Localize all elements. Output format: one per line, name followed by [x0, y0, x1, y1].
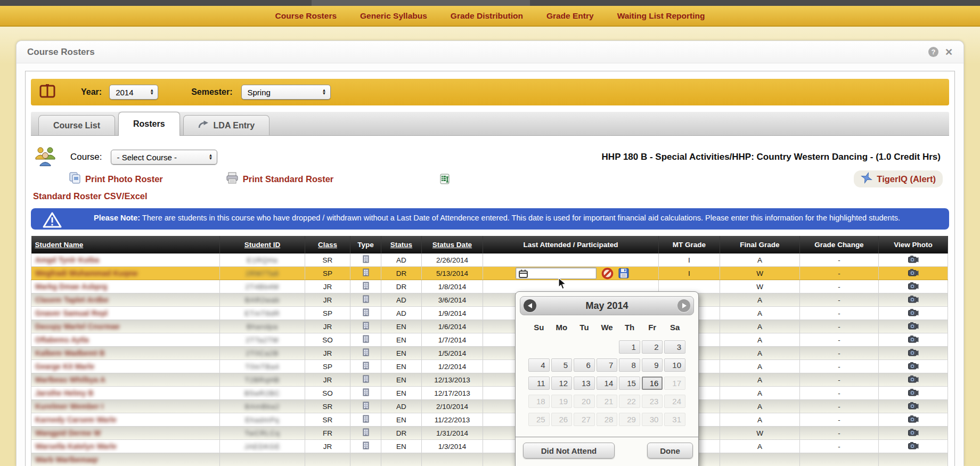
camera-icon[interactable] — [908, 297, 919, 305]
course-title: HHP 180 B - Special Activities/HHP: Coun… — [217, 152, 949, 162]
view-photo-cell — [879, 254, 948, 267]
building-icon — [363, 416, 369, 424]
calendar-icon[interactable] — [519, 269, 528, 280]
redacted-student-name: Warsella Katelyn Warle — [35, 442, 117, 451]
status-cell: EN — [381, 440, 422, 453]
calendar-day[interactable]: 1 — [619, 340, 640, 354]
type-cell — [350, 280, 381, 293]
status-cell: AD — [381, 254, 422, 267]
camera-icon[interactable] — [908, 416, 919, 424]
did-not-attend-button[interactable]: Did Not Attend — [523, 443, 615, 459]
calendar-day[interactable]: 10 — [664, 358, 685, 372]
calendar-day[interactable]: 8 — [619, 358, 640, 372]
tab-rosters[interactable]: Rosters — [118, 112, 180, 136]
camera-icon[interactable] — [908, 257, 919, 265]
top-nav-link[interactable]: Generic Syllabus — [360, 11, 427, 21]
prev-month-icon[interactable] — [524, 299, 536, 312]
class-cell: SP — [305, 307, 350, 320]
calendar-week-row: 123 — [516, 340, 698, 354]
calendar-day[interactable]: 7 — [597, 358, 618, 372]
print-standard-roster-link[interactable]: Print Standard Roster — [226, 172, 334, 186]
camera-icon[interactable] — [908, 443, 919, 451]
top-nav-link[interactable]: Grade Entry — [546, 11, 594, 21]
top-nav: Course RostersGeneric SyllabusGrade Dist… — [0, 6, 980, 27]
camera-icon[interactable] — [908, 310, 919, 318]
calendar-day: 19 — [551, 395, 573, 408]
type-cell — [350, 333, 381, 347]
book-icon — [39, 84, 55, 101]
next-month-icon[interactable] — [677, 299, 690, 312]
save-icon[interactable] — [618, 268, 629, 279]
calendar-day[interactable]: 12 — [551, 377, 573, 390]
calendar-day[interactable]: 9 — [642, 358, 663, 372]
column-header-status-date[interactable]: Status Date — [422, 236, 483, 254]
column-header-final-grade: Final Grade — [720, 236, 800, 254]
redacted-student-name: Dasspy Martel Cnsrmae — [35, 322, 120, 331]
calendar-day[interactable]: 5 — [551, 358, 573, 372]
calendar-day[interactable]: 2 — [642, 340, 663, 354]
redacted-student-id: T0mTBa4 — [245, 363, 279, 371]
camera-icon[interactable] — [908, 270, 919, 278]
camera-icon[interactable] — [908, 283, 919, 291]
calendar-day[interactable]: 11 — [528, 377, 550, 390]
print-photo-roster-link[interactable]: Print Photo Roster — [69, 172, 163, 186]
class-cell: JR — [305, 440, 350, 453]
student-id-cell: 2TTa2TM — [220, 333, 305, 347]
dropped-students-note: Please Note: There are students in this … — [31, 208, 949, 230]
type-cell — [350, 387, 381, 400]
done-button[interactable]: Done — [647, 443, 693, 459]
semester-select[interactable]: Spring ▲▼ — [241, 85, 331, 100]
camera-icon[interactable] — [908, 390, 919, 398]
tab-lda-entry[interactable]: LDA Entry — [183, 115, 270, 135]
panel-body: Year: 2014 ▲▼ Semester: Spring ▲▼ Course… — [25, 71, 955, 466]
calendar-day-selected[interactable]: 16 — [642, 377, 663, 390]
last-attended-date-input[interactable] — [516, 267, 597, 279]
standard-roster-csv-link[interactable]: Standard Roster CSV/Excel — [33, 191, 148, 201]
year-select[interactable]: 2014 ▲▼ — [109, 85, 158, 100]
top-nav-link[interactable]: Waiting List Reporting — [617, 11, 705, 21]
calendar-day[interactable]: 14 — [597, 377, 618, 390]
column-header-student-name[interactable]: Student Name — [31, 236, 220, 254]
calendar-day: 24 — [664, 395, 685, 408]
status-cell: EN — [381, 320, 422, 333]
calendar-day[interactable]: 15 — [619, 377, 640, 390]
top-nav-link[interactable]: Course Rosters — [275, 11, 337, 21]
class-cell: SP — [305, 360, 350, 373]
course-rosters-panel: Course Rosters ? ✕ Year: 2014 ▲▼ Semeste… — [16, 40, 964, 466]
top-nav-link[interactable]: Grade Distribution — [451, 11, 523, 21]
class-cell: SO — [305, 333, 350, 347]
tab-course-list[interactable]: Course List — [38, 115, 115, 135]
calendar-day[interactable]: 6 — [574, 358, 595, 372]
status-date-cell: 1/3/2014 — [422, 440, 483, 453]
cancel-icon[interactable] — [601, 267, 614, 280]
close-icon[interactable]: ✕ — [945, 47, 953, 57]
building-icon — [363, 283, 369, 291]
lda-arrow-icon — [198, 120, 209, 130]
camera-icon[interactable] — [908, 337, 919, 345]
calendar-day: 21 — [597, 395, 618, 408]
photo-roster-icon — [69, 172, 81, 186]
calendar-day[interactable]: 13 — [574, 377, 595, 390]
view-photo-cell — [879, 413, 948, 427]
class-cell: FR — [305, 427, 350, 440]
camera-icon[interactable] — [908, 403, 919, 411]
column-header-student-id[interactable]: Student ID — [220, 236, 305, 254]
course-select[interactable]: - Select Course - ▲▼ — [111, 150, 217, 165]
column-header-class[interactable]: Class — [305, 236, 350, 254]
calendar-day[interactable]: 3 — [664, 340, 685, 354]
camera-icon[interactable] — [908, 363, 919, 371]
final-grade-cell: W — [720, 280, 800, 293]
datepicker-month-title: May 2014 — [536, 300, 677, 312]
excel-export-icon[interactable] — [440, 174, 450, 184]
camera-icon[interactable] — [908, 350, 919, 358]
last-attended-cell — [483, 267, 659, 280]
camera-icon[interactable] — [908, 430, 919, 438]
calendar-day[interactable]: 4 — [528, 358, 550, 372]
camera-icon[interactable] — [908, 377, 919, 385]
tigeriq-alert-link[interactable]: TigerIQ (Alert) — [854, 170, 943, 187]
help-icon[interactable]: ? — [928, 47, 938, 57]
browser-chrome-strip — [0, 0, 980, 6]
day-header: Su — [528, 323, 550, 332]
column-header-status[interactable]: Status — [381, 236, 422, 254]
camera-icon[interactable] — [908, 323, 919, 331]
